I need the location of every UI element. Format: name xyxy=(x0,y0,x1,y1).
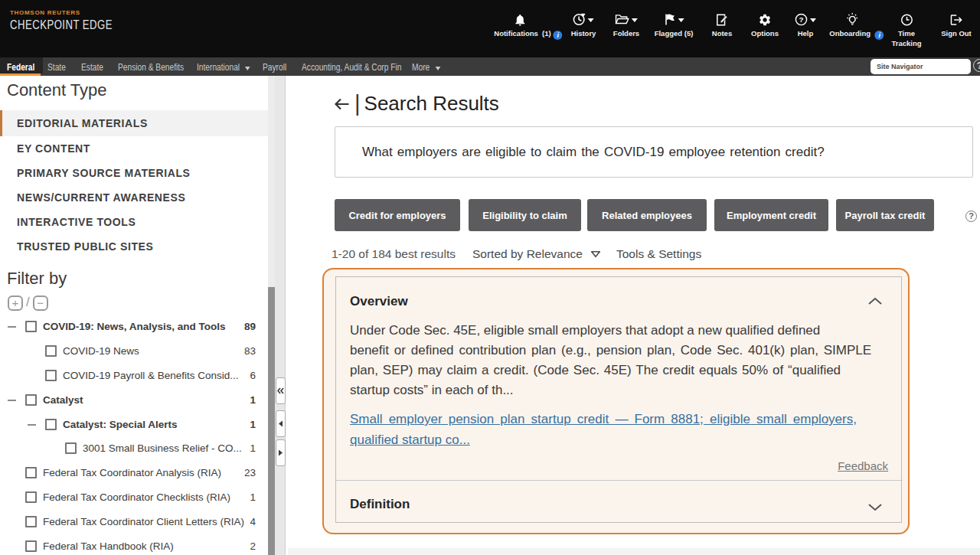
svg-text:?: ? xyxy=(799,15,803,24)
